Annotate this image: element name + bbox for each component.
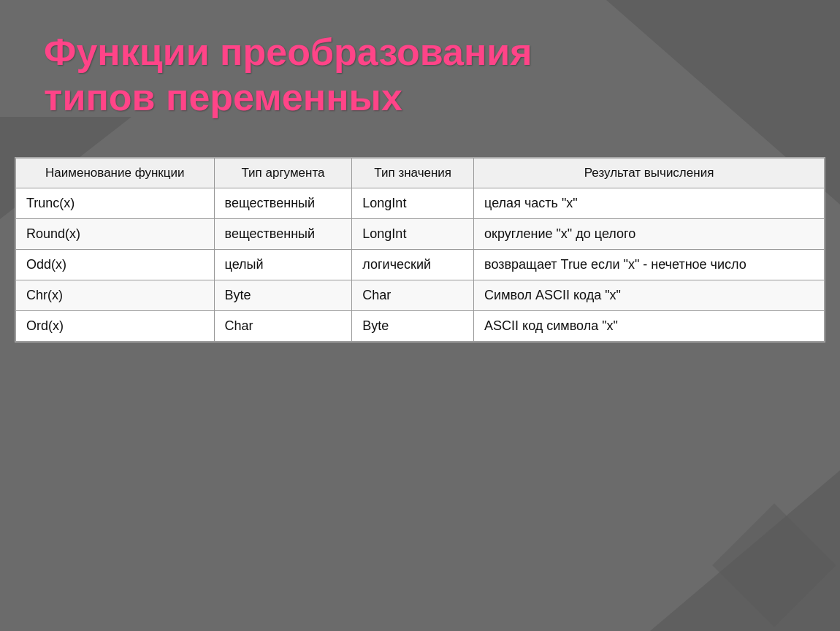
cell-result-4: ASCII код символа "x" bbox=[474, 310, 825, 341]
title-area: Функции преобразования типов переменных bbox=[0, 0, 840, 135]
cell-function-0: Trunc(x) bbox=[16, 188, 215, 218]
table-header-row: Наименование функции Тип аргумента Тип з… bbox=[16, 158, 825, 188]
cell-result-2: возвращает True если "x" - нечетное числ… bbox=[474, 249, 825, 280]
cell-value_type-2: логический bbox=[352, 249, 474, 280]
cell-value_type-0: LongInt bbox=[352, 188, 474, 218]
table-row: Trunc(x)вещественныйLongIntцелая часть "… bbox=[16, 188, 825, 218]
cell-function-2: Odd(x) bbox=[16, 249, 215, 280]
table-row: Chr(x)ByteCharСимвол ASCII кода "x" bbox=[16, 280, 825, 310]
cell-value_type-1: LongInt bbox=[352, 218, 474, 249]
title-line2: типов переменных bbox=[44, 74, 796, 120]
col-header-function: Наименование функции bbox=[16, 158, 215, 188]
cell-value_type-3: Char bbox=[352, 280, 474, 310]
cell-function-3: Chr(x) bbox=[16, 280, 215, 310]
cell-result-0: целая часть "x" bbox=[474, 188, 825, 218]
cell-value_type-4: Byte bbox=[352, 310, 474, 341]
table-row: Ord(x)CharByteASCII код символа "x" bbox=[16, 310, 825, 341]
cell-arg_type-4: Char bbox=[214, 310, 352, 341]
col-header-result: Результат вычисления bbox=[474, 158, 825, 188]
col-header-value-type: Тип значения bbox=[352, 158, 474, 188]
title-line1: Функции преобразования bbox=[44, 29, 796, 74]
data-table-container: Наименование функции Тип аргумента Тип з… bbox=[15, 157, 825, 343]
cell-arg_type-1: вещественный bbox=[214, 218, 352, 249]
table-row: Odd(x)целыйлогическийвозвращает True есл… bbox=[16, 249, 825, 280]
functions-table: Наименование функции Тип аргумента Тип з… bbox=[15, 158, 825, 342]
table-row: Round(x)вещественныйLongIntокругление "x… bbox=[16, 218, 825, 249]
cell-arg_type-2: целый bbox=[214, 249, 352, 280]
cell-result-3: Символ ASCII кода "x" bbox=[474, 280, 825, 310]
cell-arg_type-3: Byte bbox=[214, 280, 352, 310]
col-header-arg-type: Тип аргумента bbox=[214, 158, 352, 188]
cell-arg_type-0: вещественный bbox=[214, 188, 352, 218]
cell-result-1: округление "x" до целого bbox=[474, 218, 825, 249]
cell-function-1: Round(x) bbox=[16, 218, 215, 249]
cell-function-4: Ord(x) bbox=[16, 310, 215, 341]
main-title: Функции преобразования типов переменных bbox=[44, 29, 796, 121]
